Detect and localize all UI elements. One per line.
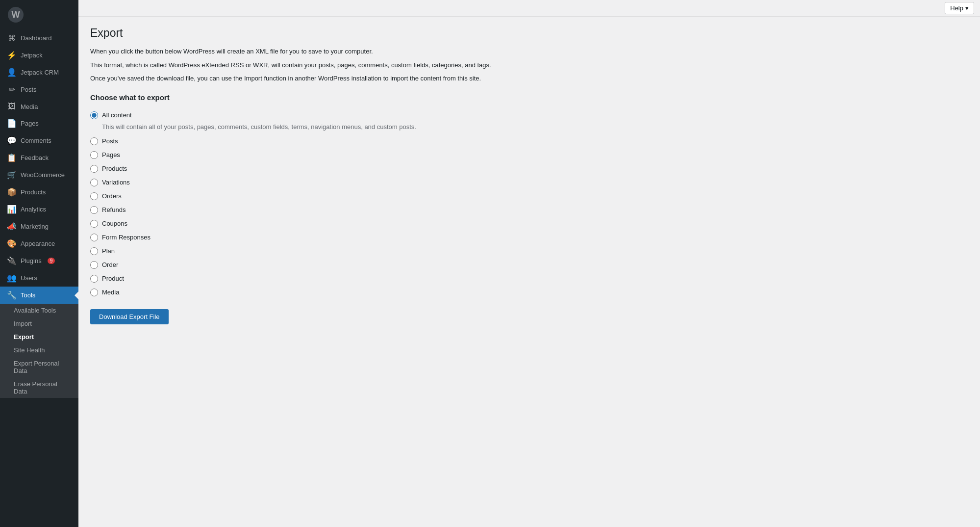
- sidebar-item-label: Posts: [21, 86, 37, 93]
- radio-input-form-responses[interactable]: [90, 234, 98, 241]
- radio-input-coupons[interactable]: [90, 220, 98, 228]
- radio-item-coupons[interactable]: Coupons: [90, 217, 968, 231]
- radio-item-refunds[interactable]: Refunds: [90, 203, 968, 217]
- sidebar-sub-item-erase-personal-data[interactable]: Erase Personal Data: [0, 377, 78, 398]
- radio-option-product: Product: [90, 272, 968, 286]
- radio-input-pages[interactable]: [90, 151, 98, 159]
- sidebar-item-analytics[interactable]: 📊Analytics: [0, 201, 78, 218]
- radio-label-plan: Plan: [102, 247, 115, 255]
- sidebar-item-plugins[interactable]: 🔌Plugins9: [0, 252, 78, 269]
- radio-input-media[interactable]: [90, 289, 98, 296]
- sidebar-sub-item-site-health[interactable]: Site Health: [0, 343, 78, 357]
- help-button[interactable]: Help ▾: [945, 2, 974, 14]
- radio-item-form-responses[interactable]: Form Responses: [90, 231, 968, 244]
- radio-item-posts[interactable]: Posts: [90, 134, 968, 148]
- sidebar-item-label: Plugins: [21, 257, 42, 264]
- sidebar-item-label: Jetpack: [21, 52, 43, 59]
- radio-label-orders: Orders: [102, 192, 122, 200]
- radio-option-form-responses: Form Responses: [90, 231, 968, 244]
- radio-item-variations[interactable]: Variations: [90, 176, 968, 189]
- radio-option-products: Products: [90, 162, 968, 176]
- radio-input-product[interactable]: [90, 275, 98, 283]
- sidebar-item-tools[interactable]: 🔧Tools: [0, 287, 78, 304]
- sidebar-item-woocommerce[interactable]: 🛒WooCommerce: [0, 166, 78, 184]
- radio-option-pages: Pages: [90, 148, 968, 162]
- radio-option-all-content: All contentThis will contain all of your…: [90, 108, 968, 134]
- jetpack-icon: ⚡: [7, 51, 17, 60]
- radio-option-order: Order: [90, 258, 968, 272]
- download-export-button[interactable]: Download Export File: [90, 309, 169, 324]
- wp-logo: W: [8, 7, 24, 23]
- sidebar-item-dashboard[interactable]: ⌘Dashboard: [0, 29, 78, 47]
- active-arrow-indicator: [75, 291, 78, 299]
- radio-label-coupons: Coupons: [102, 220, 127, 227]
- radio-item-media[interactable]: Media: [90, 286, 968, 299]
- sidebar-item-label: Jetpack CRM: [21, 69, 59, 76]
- radio-item-orders[interactable]: Orders: [90, 189, 968, 203]
- radio-option-refunds: Refunds: [90, 203, 968, 217]
- radio-option-orders: Orders: [90, 189, 968, 203]
- radio-input-posts[interactable]: [90, 137, 98, 145]
- sidebar-item-products[interactable]: 📦Products: [0, 184, 78, 201]
- marketing-icon: 📣: [7, 222, 17, 231]
- sidebar-item-label: WooCommerce: [21, 171, 65, 179]
- sidebar-item-label: Tools: [21, 291, 35, 299]
- tools-icon: 🔧: [7, 290, 17, 300]
- radio-input-plan[interactable]: [90, 247, 98, 255]
- chevron-down-icon: ▾: [965, 4, 969, 12]
- sidebar-logo: W: [0, 0, 78, 29]
- radio-option-coupons: Coupons: [90, 217, 968, 231]
- radio-label-posts: Posts: [102, 137, 118, 145]
- radio-label-variations: Variations: [102, 179, 130, 186]
- radio-label-form-responses: Form Responses: [102, 234, 151, 241]
- comments-icon: 💬: [7, 136, 17, 145]
- radio-input-products[interactable]: [90, 165, 98, 173]
- sidebar-sub-item-export-personal-data[interactable]: Export Personal Data: [0, 357, 78, 377]
- radio-label-pages: Pages: [102, 151, 120, 158]
- jetpack-crm-icon: 👤: [7, 68, 17, 77]
- radio-label-products: Products: [102, 165, 127, 172]
- sidebar-sub-item-import[interactable]: Import: [0, 317, 78, 330]
- analytics-icon: 📊: [7, 205, 17, 214]
- users-icon: 👥: [7, 273, 17, 283]
- sidebar-item-jetpack-crm[interactable]: 👤Jetpack CRM: [0, 64, 78, 81]
- radio-input-refunds[interactable]: [90, 206, 98, 214]
- radio-option-posts: Posts: [90, 134, 968, 148]
- sidebar-item-marketing[interactable]: 📣Marketing: [0, 218, 78, 235]
- sidebar-item-label: Appearance: [21, 240, 55, 247]
- tools-submenu: Available ToolsImportExportSite HealthEx…: [0, 304, 78, 398]
- radio-item-all-content[interactable]: All content: [90, 108, 968, 122]
- radio-item-plan[interactable]: Plan: [90, 244, 968, 258]
- radio-input-order[interactable]: [90, 261, 98, 269]
- radio-item-order[interactable]: Order: [90, 258, 968, 272]
- sidebar-sub-item-export[interactable]: Export: [0, 330, 78, 343]
- sidebar-sub-item-available-tools[interactable]: Available Tools: [0, 304, 78, 317]
- sidebar-item-label: Users: [21, 274, 37, 282]
- description-1: When you click the button below WordPres…: [90, 47, 968, 56]
- main-area: Help ▾ Export When you click the button …: [78, 0, 980, 527]
- dashboard-icon: ⌘: [7, 33, 17, 43]
- sidebar-item-media[interactable]: 🖼Media: [0, 98, 78, 115]
- sidebar: W ⌘Dashboard⚡Jetpack👤Jetpack CRM✏Posts🖼M…: [0, 0, 78, 527]
- radio-label-all-content: All content: [102, 111, 132, 119]
- sidebar-item-pages[interactable]: 📄Pages: [0, 115, 78, 132]
- sidebar-item-feedback[interactable]: 📋Feedback: [0, 149, 78, 166]
- radio-option-media: Media: [90, 286, 968, 299]
- radio-input-all-content[interactable]: [90, 111, 98, 119]
- radio-item-products[interactable]: Products: [90, 162, 968, 176]
- content-area: Export When you click the button below W…: [78, 17, 980, 527]
- sidebar-item-label: Analytics: [21, 206, 46, 213]
- sidebar-item-jetpack[interactable]: ⚡Jetpack: [0, 47, 78, 64]
- sidebar-item-users[interactable]: 👥Users: [0, 269, 78, 287]
- sidebar-item-comments[interactable]: 💬Comments: [0, 132, 78, 149]
- products-icon: 📦: [7, 187, 17, 197]
- radio-item-pages[interactable]: Pages: [90, 148, 968, 162]
- sidebar-item-label: Products: [21, 188, 46, 196]
- radio-item-product[interactable]: Product: [90, 272, 968, 286]
- sidebar-item-posts[interactable]: ✏Posts: [0, 81, 78, 98]
- sidebar-item-label: Marketing: [21, 223, 49, 230]
- media-icon: 🖼: [7, 102, 17, 111]
- radio-input-variations[interactable]: [90, 179, 98, 186]
- sidebar-item-appearance[interactable]: 🎨Appearance: [0, 235, 78, 252]
- radio-input-orders[interactable]: [90, 192, 98, 200]
